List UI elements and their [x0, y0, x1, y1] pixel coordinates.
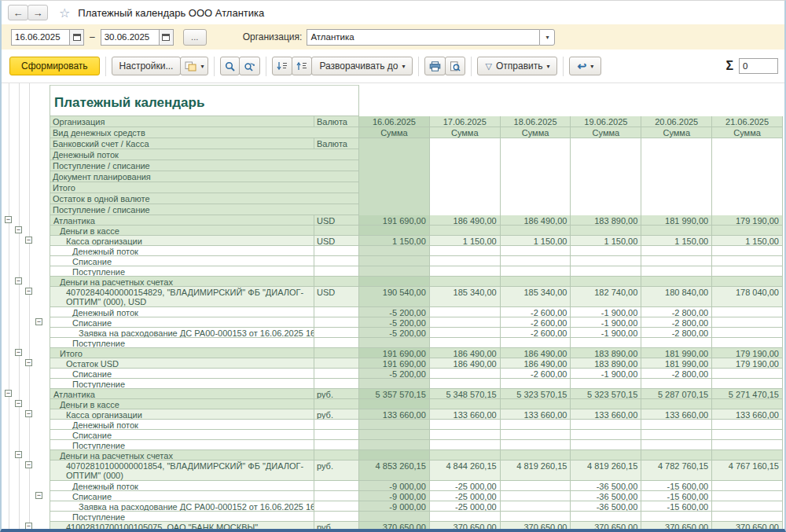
row-label[interactable]: Остаток USD: [50, 358, 314, 369]
amount-cell[interactable]: [641, 226, 712, 236]
amount-cell[interactable]: [641, 450, 712, 460]
row-currency[interactable]: [314, 420, 359, 430]
amount-cell[interactable]: [430, 256, 501, 266]
generate-button[interactable]: Сформировать: [9, 57, 100, 75]
row-label[interactable]: Итого: [50, 348, 314, 358]
amount-cell[interactable]: [641, 338, 712, 348]
table-row[interactable]: Списание-5 200,00-2 600,00-1 900,00-2 80…: [2, 369, 783, 379]
amount-cell[interactable]: -36 500,00: [571, 501, 641, 512]
amount-cell[interactable]: -1 900,00: [571, 328, 641, 338]
table-row[interactable]: −АтлантикаUSD191 690,00186 490,00186 490…: [2, 215, 783, 226]
report-variants-button[interactable]: ▾: [180, 57, 208, 75]
amount-cell[interactable]: [712, 277, 783, 287]
row-label[interactable]: Поступление: [50, 512, 314, 522]
amount-cell[interactable]: [430, 266, 501, 277]
row-currency[interactable]: [314, 277, 359, 287]
row-currency[interactable]: [314, 348, 359, 358]
amount-cell[interactable]: [501, 379, 571, 389]
row-label[interactable]: 40702810100000001854, "ВЛАДИМИРСКИЙ" ФБ …: [50, 460, 314, 481]
amount-cell[interactable]: [571, 450, 641, 460]
amount-cell[interactable]: [641, 399, 712, 409]
amount-cell[interactable]: [430, 226, 501, 236]
period-from-input[interactable]: [11, 29, 69, 46]
collapse-toggle-icon[interactable]: −: [25, 523, 32, 529]
collapse-toggle-icon[interactable]: −: [15, 277, 22, 284]
row-currency[interactable]: [314, 430, 359, 440]
amount-cell[interactable]: 133 660,00: [359, 409, 430, 420]
amount-cell[interactable]: 4 853 260,15: [359, 460, 430, 481]
amount-cell[interactable]: [712, 256, 783, 266]
amount-cell[interactable]: 182 740,00: [571, 287, 641, 307]
back-button[interactable]: ←: [8, 5, 28, 20]
row-label[interactable]: Списание: [50, 430, 314, 440]
amount-cell[interactable]: [430, 420, 501, 430]
table-row[interactable]: −Остаток USD191 690,00186 490,00186 490,…: [2, 358, 783, 369]
amount-cell[interactable]: [641, 277, 712, 287]
row-currency[interactable]: [314, 379, 359, 389]
amount-cell[interactable]: [571, 440, 641, 450]
period-from-calendar-button[interactable]: [69, 29, 84, 46]
row-currency[interactable]: [314, 358, 359, 369]
row-label[interactable]: Денежный поток: [50, 246, 314, 256]
amount-cell[interactable]: [641, 440, 712, 450]
amount-cell[interactable]: 4 819 260,15: [501, 460, 571, 481]
row-label[interactable]: Касса организации: [50, 409, 314, 420]
amount-cell[interactable]: 370 650,00: [359, 522, 430, 529]
amount-cell[interactable]: 185 340,00: [501, 287, 571, 307]
history-button[interactable]: ↩ ▾: [569, 57, 601, 75]
amount-cell[interactable]: 370 650,00: [641, 522, 712, 529]
amount-cell[interactable]: 1 150,00: [641, 236, 712, 246]
amount-cell[interactable]: [430, 430, 501, 440]
amount-cell[interactable]: 186 490,00: [501, 215, 571, 226]
row-currency[interactable]: [314, 266, 359, 277]
row-currency[interactable]: [314, 307, 359, 317]
amount-cell[interactable]: [712, 266, 783, 277]
amount-cell[interactable]: [571, 266, 641, 277]
amount-cell[interactable]: -25 000,00: [430, 501, 501, 512]
table-row[interactable]: Списание: [2, 430, 783, 440]
amount-cell[interactable]: [359, 246, 430, 256]
amount-cell[interactable]: [501, 256, 571, 266]
row-currency[interactable]: [314, 491, 359, 501]
amount-cell[interactable]: [430, 440, 501, 450]
amount-cell[interactable]: [641, 512, 712, 522]
table-row[interactable]: Заявка на расходование ДС РА00-000152 от…: [2, 501, 783, 512]
amount-cell[interactable]: 181 990,00: [641, 348, 712, 358]
organization-input[interactable]: [307, 29, 539, 46]
row-currency[interactable]: руб.: [314, 460, 359, 481]
row-label[interactable]: Поступление: [50, 379, 314, 389]
amount-cell[interactable]: [359, 450, 430, 460]
table-row[interactable]: Поступление: [2, 338, 783, 348]
row-currency[interactable]: [314, 256, 359, 266]
amount-cell[interactable]: -15 600,00: [641, 481, 712, 491]
amount-cell[interactable]: [571, 420, 641, 430]
amount-cell[interactable]: 370 650,00: [571, 522, 641, 529]
table-row[interactable]: −Списание-5 200,00-2 600,00-1 900,00-2 8…: [2, 317, 783, 328]
table-row[interactable]: Поступление: [2, 379, 783, 389]
amount-cell[interactable]: [501, 440, 571, 450]
amount-cell[interactable]: [712, 440, 783, 450]
amount-cell[interactable]: [641, 379, 712, 389]
row-currency[interactable]: [314, 246, 359, 256]
collapse-toggle-icon[interactable]: −: [15, 451, 22, 458]
amount-cell[interactable]: [501, 246, 571, 256]
amount-cell[interactable]: 4 767 160,15: [712, 460, 783, 481]
amount-cell[interactable]: 1 150,00: [571, 236, 641, 246]
amount-cell[interactable]: 186 490,00: [430, 215, 501, 226]
row-currency[interactable]: USD: [314, 287, 359, 307]
amount-cell[interactable]: 178 040,00: [712, 287, 783, 307]
amount-cell[interactable]: 5 348 570,15: [430, 389, 501, 399]
amount-cell[interactable]: [359, 379, 430, 389]
amount-cell[interactable]: [571, 430, 641, 440]
table-row[interactable]: −Деньги в кассе: [2, 399, 783, 409]
amount-cell[interactable]: [712, 491, 783, 501]
amount-cell[interactable]: -9 000,00: [359, 481, 430, 491]
amount-cell[interactable]: [712, 328, 783, 338]
amount-cell[interactable]: 190 540,00: [359, 287, 430, 307]
table-row[interactable]: −Списание-9 000,00-25 000,00-36 500,00-1…: [2, 491, 783, 501]
table-row[interactable]: Заявка на расходование ДС РА00-000153 от…: [2, 328, 783, 338]
amount-cell[interactable]: [712, 307, 783, 317]
table-row[interactable]: −Деньги в кассе: [2, 226, 783, 236]
amount-cell[interactable]: [712, 481, 783, 491]
amount-cell[interactable]: 191 690,00: [359, 348, 430, 358]
